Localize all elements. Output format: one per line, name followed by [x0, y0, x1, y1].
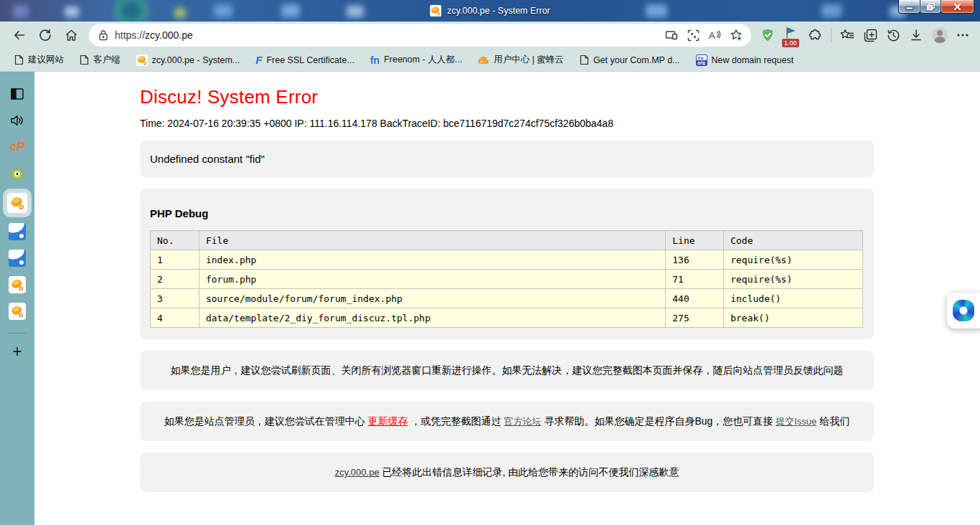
cell-file: data/template/2_diy_forum_discuz.tpl.php	[199, 308, 665, 328]
collections-icon	[864, 29, 877, 42]
user-notice-text: 如果您是用户，建议您尝试刷新页面、关闭所有浏览器窗口重新进行操作。如果无法解决，…	[171, 364, 844, 376]
bookmark-item[interactable]: F Free SSL Certificate...	[250, 51, 360, 70]
official-forum-link[interactable]: 官方论坛	[504, 416, 542, 427]
footer-notice-text: 已经将此出错信息详细记录, 由此给您带来的访问不便我们深感歉意	[380, 466, 679, 478]
titlebar-blur-decoration	[214, 4, 232, 17]
monster-icon	[9, 166, 25, 181]
history-button[interactable]	[882, 24, 904, 47]
col-header-no: No.	[151, 231, 199, 250]
back-button[interactable]	[7, 24, 32, 47]
sidebar-audio-button[interactable]	[6, 110, 28, 131]
web-capture-button[interactable]	[682, 25, 704, 45]
titlebar-blur-decoration	[821, 4, 842, 17]
sidebar-add-button[interactable]: +	[6, 341, 28, 362]
titlebar-blur-decoration	[646, 4, 667, 17]
cloud-icon	[478, 56, 489, 65]
read-aloud-button[interactable]: A	[704, 25, 725, 45]
sidebar-monster-item[interactable]	[6, 163, 28, 184]
admin-notice-part3: 寻求帮助。如果您确定是程序自身Bug，您也可直接	[542, 415, 776, 427]
submit-issue-link[interactable]: 提交Issue	[776, 416, 816, 427]
swirl-logo-icon	[953, 300, 974, 321]
ellipsis-icon	[957, 34, 969, 37]
bookmark-item[interactable]: 建议网站	[9, 51, 70, 70]
assistant-floating-button[interactable]	[947, 293, 980, 328]
cell-line: 71	[666, 270, 724, 289]
refresh-icon	[39, 29, 52, 42]
url-text[interactable]: https://zcy.000.pe	[115, 29, 661, 41]
discuz-favicon	[9, 276, 26, 293]
collections-button[interactable]	[859, 24, 881, 47]
profile-button[interactable]	[928, 24, 951, 47]
titlebar-blur-decoration	[281, 4, 300, 17]
downloads-button[interactable]	[905, 24, 927, 47]
titlebar-blur-decoration	[13, 5, 29, 18]
read-aloud-glyph: A	[709, 30, 715, 41]
restore-button[interactable]	[920, 0, 941, 14]
footer-notice-box: zcy.000.pe 已经将此出错信息详细记录, 由此给您带来的访问不便我们深感…	[140, 453, 874, 492]
bookmark-item[interactable]: fn Freenom - 人人都...	[364, 51, 468, 70]
error-message-box: Undefined constant "fid"	[140, 141, 874, 177]
table-row: 2 forum.php 71 require(%s)	[151, 270, 863, 289]
bookmark-item[interactable]: eu. org New domain request	[690, 51, 800, 70]
sidebar-cpanel-item[interactable]: cP	[6, 136, 28, 158]
bookmark-item[interactable]: Get your Com.MP d...	[574, 51, 686, 70]
euorg-icon: eu. org	[696, 55, 707, 66]
bookmark-label: Free SSL Certificate...	[266, 55, 354, 65]
home-button[interactable]	[59, 24, 83, 47]
cell-line: 136	[666, 250, 724, 270]
favorites-star-list-icon	[840, 29, 854, 42]
update-cache-link[interactable]: 更新缓存	[368, 415, 408, 427]
cell-code: require(%s)	[724, 250, 863, 270]
minimize-button[interactable]	[898, 0, 920, 14]
settings-menu-button[interactable]	[953, 24, 973, 47]
sidebar-discuz-item-active[interactable]	[4, 189, 31, 217]
bookmark-item[interactable]: 客户端	[74, 51, 126, 70]
sidebar-toggle-button[interactable]	[6, 83, 28, 105]
lock-icon[interactable]	[98, 29, 108, 41]
euorg-top-text: eu.	[697, 55, 707, 60]
favorites-button[interactable]	[837, 24, 858, 47]
bookmark-item[interactable]: zcy.000.pe - System...	[131, 51, 246, 70]
address-bar[interactable]: https://zcy.000.pe A	[89, 24, 751, 47]
back-arrow-icon	[13, 29, 26, 42]
rate-extension-button[interactable]: 1.00	[780, 24, 803, 47]
read-aloud-icon: A	[708, 29, 722, 41]
discuz-favicon	[9, 303, 26, 320]
blue-site-icon	[9, 250, 26, 267]
puzzle-icon	[809, 29, 822, 42]
refresh-button[interactable]	[33, 24, 57, 47]
avatar	[932, 27, 948, 43]
download-icon	[910, 29, 923, 42]
add-favorite-button[interactable]	[725, 25, 747, 45]
col-header-code: Code	[724, 231, 863, 250]
site-link[interactable]: zcy.000.pe	[335, 467, 380, 478]
sidebar-site-item[interactable]	[6, 247, 28, 269]
home-icon	[65, 29, 78, 42]
admin-notice-box: 如果您是站点管理员，建议您尝试在管理中心 更新缓存 ，或凭完整截图通过 官方论坛…	[140, 402, 874, 441]
bookmark-item[interactable]: 用户中心 | 蜜蜂云	[472, 51, 570, 70]
cell-file: index.php	[199, 250, 665, 270]
cell-code: break()	[724, 308, 863, 328]
titlebar-blur-decoration	[347, 6, 364, 17]
bookmark-label: New domain request	[712, 55, 794, 65]
extensions-menu-button[interactable]	[804, 24, 826, 47]
cell-line: 275	[666, 308, 724, 328]
page-icon	[14, 55, 24, 65]
active-tab[interactable]: zcy.000.pe - System Error	[430, 0, 550, 22]
navigation-toolbar: https://zcy.000.pe A	[0, 22, 980, 49]
toolbar-divider	[831, 28, 831, 42]
adguard-extension-button[interactable]	[757, 24, 778, 47]
bookmark-label: Freenom - 人人都...	[384, 54, 462, 66]
device-preview-button[interactable]	[661, 25, 682, 45]
discuz-favicon	[430, 5, 441, 16]
sidebar-discuz-item[interactable]	[6, 301, 28, 322]
window-controls	[899, 0, 974, 14]
titlebar-blur-decoration	[115, 0, 148, 22]
edge-sidebar: cP +	[0, 72, 34, 525]
sidebar-site-item[interactable]	[6, 221, 28, 242]
close-button[interactable]	[941, 0, 974, 14]
bookmark-label: zcy.000.pe - System...	[152, 55, 240, 65]
sidebar-discuz-item[interactable]	[6, 274, 28, 295]
table-row: 3 source/module/forum/forum_index.php 44…	[151, 289, 863, 308]
cell-code: include()	[724, 289, 863, 308]
